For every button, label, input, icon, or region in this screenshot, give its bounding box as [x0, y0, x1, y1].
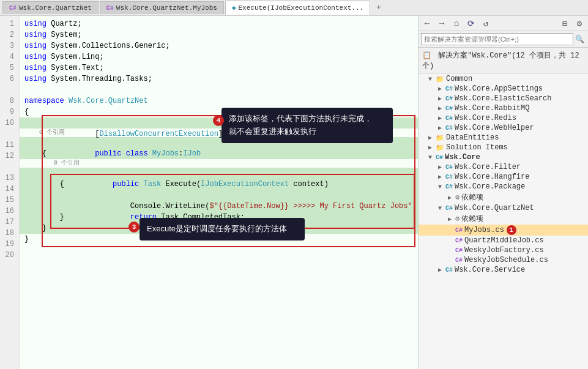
- code-line-5: using System.Text;: [20, 62, 418, 73]
- tab-cs-icon-1: C#: [9, 5, 17, 12]
- tree-item-deps1[interactable]: ▶ ⚙ 依赖项: [419, 192, 588, 203]
- tab-execute[interactable]: ◆ Execute(IJobExecutionContext...: [225, 1, 370, 15]
- solution-icon: 📋: [422, 51, 431, 60]
- tree-label-weskyjobfactory: WeskyJobFactory.cs: [464, 246, 544, 255]
- annotation-text-4: 添加该标签，代表下面方法执行未完成，就不会重复进来触发执行: [229, 114, 372, 136]
- solution-explorer-panel: ← → ⌂ ⟳ ↺ ⊟ ⚙ 🔍 📋 解决方案"Wsk.Core"(12 个项目，…: [418, 16, 588, 369]
- toolbar-sync-btn[interactable]: ⟳: [465, 17, 477, 29]
- chevron-right-icon-de: ▶: [428, 134, 436, 141]
- tree-item-weskyjobfactory[interactable]: C# WeskyJobFactory.cs: [419, 245, 588, 255]
- tree-item-rabbitmq[interactable]: ▶ C# Wsk.Core.RabbitMQ: [419, 103, 588, 113]
- cs-proj-icon-5: C#: [445, 125, 453, 132]
- toolbar-collapse-btn[interactable]: ⊟: [559, 17, 571, 29]
- search-input[interactable]: [421, 33, 573, 45]
- toolbar-forward-btn[interactable]: →: [436, 17, 448, 29]
- editor-area[interactable]: 1 2 3 4 5 6 8 9 10 11 12 13 14 15: [0, 16, 418, 369]
- cs-proj-icon: C#: [445, 86, 453, 92]
- solution-tree[interactable]: ▼ 📁 Common ▶ C# Wsk.Core.AppSettings ▶ C…: [419, 74, 588, 369]
- chevron-down-icon-pkg: ▼: [438, 184, 445, 190]
- code-line-3: using System.Collections.Generic;: [20, 40, 418, 51]
- arrow-qmj: [448, 237, 455, 244]
- code-line-15: Console.WriteLine($"{{DateTime.Now}} >>>…: [20, 190, 418, 201]
- tree-label-elasticsearch: Wsk.Core.ElasticSearch: [455, 94, 551, 103]
- tree-item-common[interactable]: ▼ 📁 Common: [419, 74, 588, 84]
- annotation-circle-4: 4: [213, 115, 224, 126]
- tree-label-quartznet: Wsk.Core.QuartzNet: [455, 204, 534, 212]
- tree-item-quartzmiddlejob[interactable]: C# QuartzMiddleJob.cs: [419, 236, 588, 245]
- arrow-deps2: ▶: [448, 215, 455, 223]
- tree-label-rabbitmq: Wsk.Core.RabbitMQ: [455, 104, 529, 113]
- search-row: 🔍: [419, 31, 588, 48]
- cs-proj-icon-pkg: C#: [445, 184, 453, 190]
- tree-item-solution-items[interactable]: ▶ 📁 Solution Items: [419, 143, 588, 152]
- tree-label-hangfire: Wsk.Core.Hangfire: [455, 173, 529, 181]
- tree-item-appsettings[interactable]: ▶ C# Wsk.Core.AppSettings: [419, 84, 588, 94]
- cs-file-icon-wjs: C#: [455, 257, 463, 264]
- tab-label-2: Wsk.Core.QuartzNet.MyJobs: [116, 4, 217, 12]
- chevron-right-icon-si: ▶: [428, 144, 436, 151]
- tree-label-filter: Wsk.Core.Filter: [455, 163, 521, 171]
- tree-label-deps2: 依赖项: [461, 214, 483, 224]
- annotation-circle-3: 3: [128, 222, 140, 233]
- tree-label-deps1: 依赖项: [461, 192, 483, 203]
- tree-item-weskyjobschedule[interactable]: C# WeskyJobSchedule.cs: [419, 255, 588, 265]
- tree-item-package[interactable]: ▼ C# Wsk.Core.Package: [419, 182, 588, 192]
- annotation-text-3: Execute是定时调度任务要执行的方法体: [147, 224, 287, 233]
- tree-item-hangfire[interactable]: ▶ C# Wsk.Core.Hangfire: [419, 172, 588, 182]
- tree-label-common: Common: [446, 75, 472, 83]
- tree-item-redis[interactable]: ▶ C# Wsk.Core.Redis: [419, 113, 588, 123]
- code-line-8: namespace Wsk.Core.QuartzNet: [20, 95, 418, 106]
- tree-label-solution-items: Solution Items: [446, 143, 508, 152]
- tab-myjobs[interactable]: C# Wsk.Core.QuartzNet.MyJobs: [100, 1, 224, 14]
- tree-item-webhelper[interactable]: ▶ C# Wsk.Core.WebHelper: [419, 123, 588, 133]
- search-button[interactable]: 🔍: [573, 33, 586, 45]
- code-line-2: using System;: [20, 29, 418, 40]
- folder-icon-si: 📁: [436, 144, 444, 152]
- solution-title: 解决方案"Wsk.Core"(12 个项目，共 12 个): [422, 51, 579, 70]
- add-tab-button[interactable]: +: [371, 1, 385, 15]
- main-window: C# Wsk.Core.QuartzNet C# Wsk.Core.Quartz…: [0, 0, 588, 369]
- arrow-wjs: [448, 257, 455, 264]
- tree-item-quartznet[interactable]: ▼ C# Wsk.Core.QuartzNet: [419, 203, 588, 213]
- tab-quartznet[interactable]: C# Wsk.Core.QuartzNet: [2, 1, 99, 14]
- tree-item-filter[interactable]: ▶ C# Wsk.Core.Filter: [419, 162, 588, 172]
- code-line-12-ref: 0 个引用: [20, 159, 418, 168]
- toolbar-properties-btn[interactable]: ⚙: [573, 17, 586, 29]
- code-line-13: public Task Execute(IJobExecutionContext…: [20, 168, 418, 179]
- cs-proj-icon-qn: C#: [445, 205, 453, 212]
- tree-item-dataentities[interactable]: ▶ 📁 DataEntities: [419, 133, 588, 143]
- folder-icon-de: 📁: [436, 134, 444, 142]
- toolbar-home-btn[interactable]: ⌂: [450, 17, 463, 29]
- code-line-4: using System.Linq;: [20, 51, 418, 62]
- chevron-right-icon-5: ▶: [438, 124, 445, 132]
- tab-diamond-icon: ◆: [232, 4, 236, 12]
- cs-proj-icon-wc: C#: [436, 154, 443, 161]
- chevron-right-icon-3: ▶: [438, 105, 445, 112]
- cs-proj-icon-2: C#: [445, 95, 453, 102]
- chevron-down-icon-wc: ▼: [428, 154, 436, 161]
- annotation-box-3: Execute是定时调度任务要执行的方法体: [140, 218, 305, 240]
- tree-label-quartzmiddlejob: QuartzMiddleJob.cs: [464, 236, 544, 245]
- tree-item-wskcore[interactable]: ▼ C# Wsk.Core: [419, 152, 588, 162]
- cs-file-icon-qmj: C#: [455, 237, 463, 244]
- cs-proj-icon-4: C#: [445, 115, 453, 122]
- tree-label-myjobs: MyJobs.cs: [464, 226, 504, 234]
- annotation-circle-1: 1: [507, 225, 516, 235]
- chevron-right-icon-svc: ▶: [438, 266, 445, 274]
- toolbar-refresh-btn[interactable]: ↺: [480, 17, 492, 29]
- tree-item-myjobs[interactable]: C# MyJobs.cs 1: [419, 225, 588, 236]
- cs-proj-icon-3: C#: [445, 105, 453, 112]
- tree-item-service[interactable]: ▶ C# Wsk.Core.Service: [419, 265, 588, 275]
- tree-item-elasticsearch[interactable]: ▶ C# Wsk.Core.ElasticSearch: [419, 94, 588, 103]
- line-numbers: 1 2 3 4 5 6 8 9 10 11 12 13 14 15: [0, 16, 20, 369]
- tree-label-service: Wsk.Core.Service: [455, 266, 525, 274]
- code-content[interactable]: using Quartz; using System; using System…: [20, 16, 418, 369]
- toolbar-back-btn[interactable]: ←: [421, 17, 433, 29]
- tree-item-deps2[interactable]: ▶ ⚙ 依赖项: [419, 213, 588, 225]
- code-line-1: using Quartz;: [20, 18, 418, 29]
- tree-label-package: Wsk.Core.Package: [455, 182, 525, 191]
- tree-label-weskyjobschedule: WeskyJobSchedule.cs: [464, 256, 548, 264]
- chevron-right-icon: ▶: [438, 85, 445, 92]
- tree-label-wskcore: Wsk.Core: [445, 153, 480, 162]
- arrow-myjobs: [448, 227, 455, 234]
